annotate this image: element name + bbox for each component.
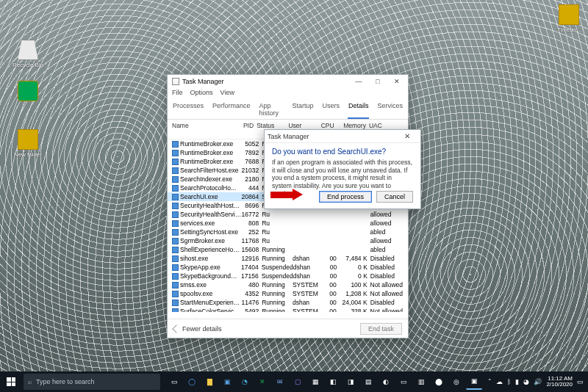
taskbar-search[interactable]: ⌕ Type here to search xyxy=(24,374,160,390)
cell-pid: 252 xyxy=(242,228,262,236)
cancel-button[interactable]: Cancel xyxy=(376,191,413,203)
cell-name: RuntimeBroker.exe xyxy=(180,158,242,165)
cell-name: spoolsv.exe xyxy=(180,290,242,297)
maximize-button[interactable]: □ xyxy=(368,76,387,87)
app-icon-1[interactable]: ▦ xyxy=(307,374,323,390)
fewer-details-toggle[interactable]: Fewer details xyxy=(173,325,222,333)
table-row[interactable]: SgrmBroker.exe11768Ruallowed xyxy=(168,236,408,245)
task-view-icon[interactable]: ▭ xyxy=(166,374,182,390)
tray-sound-icon[interactable]: 🔊 xyxy=(534,378,542,385)
tab-services[interactable]: Services xyxy=(376,100,404,119)
end-process-button[interactable]: End process xyxy=(319,191,372,203)
cell-user: SYSTEM xyxy=(293,308,322,312)
table-row[interactable]: services.exe808Ruallowed xyxy=(168,219,408,228)
desktop-icon-newfolder[interactable]: New folder xyxy=(9,129,47,158)
cortana-icon[interactable]: ◯ xyxy=(184,374,200,390)
tray-chevron-icon[interactable]: ˄ xyxy=(488,378,492,385)
tab-performance[interactable]: Performance xyxy=(212,100,251,119)
tab-users[interactable]: Users xyxy=(321,100,340,119)
col-pid[interactable]: PID xyxy=(236,122,257,137)
cell-pid: 2180 xyxy=(242,175,262,183)
cell-cpu: 00 xyxy=(322,272,337,280)
tray-onedrive-icon[interactable]: ☁ xyxy=(496,378,503,385)
photos-icon[interactable]: ▢ xyxy=(290,374,306,390)
cell-mem: 100 K xyxy=(337,281,368,288)
app-icon-7[interactable]: ▥ xyxy=(413,374,429,390)
tab-details[interactable]: Details xyxy=(348,100,370,119)
tray-wifi-icon[interactable]: ◕ xyxy=(523,378,529,385)
tab-processes[interactable]: Processes xyxy=(172,100,204,119)
cell-status: Running xyxy=(262,308,293,312)
app-icon-5[interactable]: ◐ xyxy=(378,374,394,390)
taskbar-clock[interactable]: 11:12 AM 2/10/2020 xyxy=(546,376,573,388)
cell-user: dshan xyxy=(293,255,322,262)
app-icon-2[interactable]: ◧ xyxy=(325,374,341,390)
app-icon-8[interactable]: ⬤ xyxy=(431,374,447,390)
cell-status: Running xyxy=(262,246,293,253)
folder-icon xyxy=(18,129,38,150)
process-icon xyxy=(172,203,179,209)
cell-uac: Not allowed xyxy=(368,281,404,288)
desktop-icon-timeline[interactable]: Timelin... xyxy=(550,4,588,33)
cell-status: Ru xyxy=(262,211,293,218)
edge-icon[interactable]: ◔ xyxy=(237,374,253,390)
table-row[interactable]: ShellExperienceHost...15608Runningabled xyxy=(168,245,408,254)
window-title: Task Manager xyxy=(182,78,224,85)
close-button[interactable]: ✕ xyxy=(387,76,406,87)
desktop-icon-chat[interactable] xyxy=(9,81,47,103)
cell-name: StartMenuExperienc... xyxy=(180,299,242,306)
cell-mem: 24,004 K xyxy=(337,299,368,306)
search-placeholder: Type here to search xyxy=(36,378,95,385)
mail-icon[interactable]: ✉ xyxy=(272,374,288,390)
app-icon-9[interactable]: ◎ xyxy=(448,374,465,390)
dialog-titlebar[interactable]: Task Manager ✕ xyxy=(265,130,420,143)
menu-options[interactable]: Options xyxy=(190,89,213,96)
cell-mem: 7,484 K xyxy=(337,255,368,262)
tray-battery-icon[interactable]: ▮ xyxy=(515,378,519,385)
xbox-icon[interactable]: ✕ xyxy=(254,374,270,390)
cell-pid: 17156 xyxy=(241,272,262,280)
cell-pid: 20864 xyxy=(242,193,262,200)
explorer-icon[interactable]: ▇ xyxy=(201,374,218,390)
tab-app-history[interactable]: App history xyxy=(259,100,284,119)
cell-status: Running xyxy=(262,281,293,288)
cell-cpu: 00 xyxy=(322,281,337,288)
cell-user: SYSTEM xyxy=(293,290,322,297)
table-row[interactable]: spoolsv.exe4352RunningSYSTEM001,208 KNot… xyxy=(168,289,408,298)
app-icon-3[interactable]: ◨ xyxy=(343,374,359,390)
store-icon[interactable]: ▣ xyxy=(219,374,235,390)
tray-bluetooth-icon[interactable]: ᛒ xyxy=(507,378,511,385)
tab-strip: Processes Performance App history Startu… xyxy=(168,97,408,120)
app-icon-4[interactable]: ▤ xyxy=(360,374,376,390)
cell-status: Ru xyxy=(262,228,293,236)
recycle-bin-icon xyxy=(18,40,38,60)
table-row[interactable]: sihost.exe12916Runningdshan007,484 KDisa… xyxy=(168,254,408,263)
table-row[interactable]: SkypeBackgroundHo...17156Suspendeddshan0… xyxy=(168,272,408,280)
dialog-close-button[interactable]: ✕ xyxy=(397,132,417,140)
minimize-button[interactable]: — xyxy=(349,76,368,87)
cell-cpu: 00 xyxy=(322,290,337,297)
table-row[interactable]: StartMenuExperienc...11476Runningdshan00… xyxy=(168,298,408,307)
cell-user: dshan xyxy=(293,299,322,306)
table-row[interactable]: SurfaceColorService...5492RunningSYSTEM0… xyxy=(168,307,408,312)
titlebar[interactable]: Task Manager — □ ✕ xyxy=(168,75,408,88)
table-row[interactable]: smss.exe480RunningSYSTEM00100 KNot allow… xyxy=(168,280,408,289)
process-icon xyxy=(172,150,179,156)
table-row[interactable]: SkypeApp.exe17404Suspendeddshan000 KDisa… xyxy=(168,263,408,272)
cell-status: Ru xyxy=(262,219,293,227)
start-button[interactable] xyxy=(0,371,22,392)
action-center-icon[interactable]: ▭ xyxy=(577,378,584,385)
table-row[interactable]: SettingSyncHost.exe252Ruabled xyxy=(168,228,408,236)
col-name[interactable]: Name xyxy=(172,122,236,137)
app-icon-6[interactable]: ▭ xyxy=(395,374,412,390)
menu-file[interactable]: File xyxy=(172,89,183,96)
process-icon xyxy=(172,194,179,200)
table-row[interactable]: SecurityHealthServic...16772Ruallowed xyxy=(168,210,408,219)
menu-view[interactable]: View xyxy=(220,89,234,96)
tab-startup[interactable]: Startup xyxy=(291,100,314,119)
end-task-button[interactable]: End task xyxy=(360,323,402,335)
process-icon xyxy=(172,229,179,236)
process-icon xyxy=(172,220,179,227)
desktop-icon-recycle-bin[interactable]: Recycle Bin xyxy=(9,40,47,68)
taskmanager-taskbar-icon[interactable]: ▣ xyxy=(466,374,482,390)
